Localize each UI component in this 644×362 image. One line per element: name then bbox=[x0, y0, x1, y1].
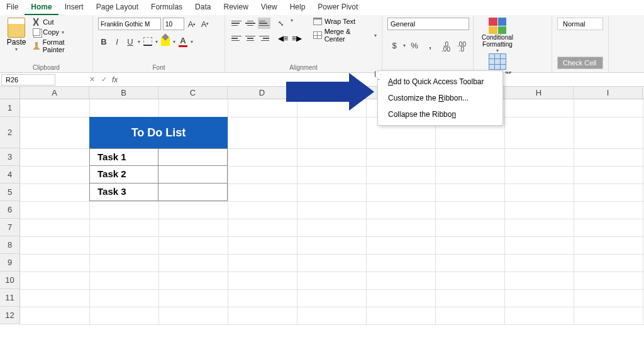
fill-color-button[interactable] bbox=[160, 35, 171, 48]
wrap-text-button[interactable]: Wrap Text bbox=[313, 18, 377, 25]
currency-button[interactable]: $ bbox=[387, 39, 401, 52]
format-painter-button[interactable]: Format Painter bbox=[31, 38, 87, 54]
chevron-down-icon[interactable]: ▾ bbox=[191, 39, 193, 45]
decrease-font-button[interactable]: A▾ bbox=[199, 18, 211, 30]
number-format-select[interactable] bbox=[387, 18, 469, 30]
tab-insert[interactable]: Insert bbox=[58, 0, 90, 15]
tab-formulas[interactable]: Formulas bbox=[145, 0, 189, 15]
row-header[interactable]: 2 bbox=[0, 117, 20, 148]
tab-data[interactable]: Data bbox=[189, 0, 217, 15]
style-check-cell[interactable]: Check Cell bbox=[557, 57, 603, 69]
row-header[interactable]: 3 bbox=[0, 148, 20, 166]
group-alignment: ⤡ ▾ ◀≡ ≡▶ Wrap Text bbox=[225, 15, 382, 72]
brush-icon bbox=[33, 42, 40, 50]
font-group-label: Font bbox=[98, 64, 219, 71]
tab-view[interactable]: View bbox=[255, 0, 284, 15]
row-header[interactable]: 11 bbox=[0, 289, 20, 307]
chevron-down-icon[interactable]: ▾ bbox=[291, 18, 293, 29]
name-box[interactable] bbox=[1, 74, 55, 85]
select-all-corner[interactable] bbox=[0, 87, 20, 99]
tab-file[interactable]: File bbox=[0, 0, 25, 15]
decrease-indent-button[interactable]: ◀≡ bbox=[277, 33, 289, 44]
chevron-down-icon: ▾ bbox=[15, 47, 18, 52]
cell-grid[interactable]: To Do List Task 1 Task 2 Task 3 bbox=[20, 99, 644, 324]
underline-button[interactable]: U bbox=[125, 35, 136, 48]
cell-empty[interactable] bbox=[158, 148, 228, 166]
cell-empty[interactable] bbox=[158, 184, 228, 201]
cell-task[interactable]: Task 2 bbox=[89, 166, 158, 184]
group-cell-styles: Normal Check Cell bbox=[552, 15, 609, 72]
tab-help[interactable]: Help bbox=[284, 0, 312, 15]
style-normal[interactable]: Normal bbox=[557, 18, 603, 30]
copy-icon bbox=[33, 28, 40, 36]
font-name-select[interactable] bbox=[98, 18, 161, 30]
row-header[interactable]: 9 bbox=[0, 254, 20, 272]
scissors-icon bbox=[33, 18, 40, 26]
align-right-button[interactable] bbox=[258, 33, 270, 44]
col-header[interactable]: C bbox=[158, 87, 228, 99]
cell-task[interactable]: Task 3 bbox=[89, 184, 158, 201]
cancel-formula-button[interactable]: ✕ bbox=[89, 75, 95, 84]
ctx-add-qat[interactable]: Add to Quick Access Toolbar bbox=[378, 74, 502, 90]
tab-power-pivot[interactable]: Power Pivot bbox=[311, 0, 364, 15]
paste-button[interactable]: Paste ▾ bbox=[5, 18, 28, 52]
row-header[interactable]: 6 bbox=[0, 201, 20, 219]
align-center-button[interactable] bbox=[244, 33, 257, 44]
col-header[interactable]: B bbox=[89, 87, 158, 99]
comma-button[interactable]: , bbox=[423, 39, 437, 52]
increase-font-button[interactable]: A▴ bbox=[186, 18, 197, 30]
row-header[interactable]: 5 bbox=[0, 184, 20, 201]
merge-center-button[interactable]: Merge & Center ▾ bbox=[313, 28, 377, 43]
increase-indent-button[interactable]: ≡▶ bbox=[291, 33, 303, 44]
row-header[interactable]: 8 bbox=[0, 236, 20, 254]
group-font: A▴ A▾ B I U ▾ ▾ ▾ A ▾ Font bbox=[93, 15, 225, 72]
chevron-down-icon[interactable]: ▾ bbox=[173, 39, 175, 45]
col-header[interactable]: A bbox=[20, 87, 89, 99]
font-color-button[interactable]: A bbox=[177, 35, 189, 48]
fx-icon[interactable]: fx bbox=[112, 75, 118, 84]
align-top-button[interactable] bbox=[230, 18, 243, 29]
increase-decimal-button[interactable]: .0.00 bbox=[439, 39, 453, 52]
chevron-down-icon[interactable]: ▾ bbox=[155, 39, 158, 45]
decrease-decimal-button[interactable]: .00.0 bbox=[455, 39, 469, 52]
cut-button[interactable]: Cut bbox=[31, 18, 87, 26]
align-left-button[interactable] bbox=[230, 33, 243, 44]
font-size-select[interactable] bbox=[163, 18, 184, 30]
row-header[interactable]: 7 bbox=[0, 219, 20, 236]
cf-label: Conditional Formatting bbox=[479, 34, 516, 48]
italic-button[interactable]: I bbox=[111, 35, 123, 48]
ctx-customize-ribbon[interactable]: Customize the Ribbon... bbox=[378, 90, 502, 106]
orientation-button[interactable]: ⤡ bbox=[277, 18, 289, 29]
group-clipboard: Paste ▾ Cut Copy ▾ Format Painter C bbox=[0, 15, 93, 72]
cell-task[interactable]: Task 1 bbox=[89, 148, 158, 166]
bold-button[interactable]: B bbox=[98, 35, 109, 48]
row-header[interactable]: 12 bbox=[0, 307, 20, 324]
row-header[interactable]: 1 bbox=[0, 99, 20, 117]
conditional-formatting-button[interactable]: Conditional Formatting ▾ bbox=[479, 18, 516, 53]
cell-empty[interactable] bbox=[158, 166, 228, 184]
cell-todo-header[interactable]: To Do List bbox=[89, 117, 228, 148]
tab-home[interactable]: Home bbox=[25, 0, 58, 15]
increase-decimal-icon: .0.00 bbox=[441, 42, 450, 52]
row-header[interactable]: 10 bbox=[0, 272, 20, 289]
chevron-down-icon[interactable]: ▾ bbox=[138, 39, 140, 45]
paste-icon bbox=[8, 18, 25, 38]
chevron-down-icon[interactable]: ▾ bbox=[403, 43, 406, 48]
paste-label: Paste bbox=[7, 38, 26, 47]
col-header[interactable]: I bbox=[574, 87, 643, 99]
border-button[interactable] bbox=[142, 35, 153, 48]
align-bottom-button[interactable] bbox=[258, 18, 270, 29]
copy-button[interactable]: Copy ▾ bbox=[31, 28, 87, 36]
tab-review[interactable]: Review bbox=[217, 0, 254, 15]
menubar: File Home Insert Page Layout Formulas Da… bbox=[0, 0, 644, 15]
ribbon-context-menu: Add to Quick Access Toolbar Customize th… bbox=[377, 70, 503, 126]
table-icon bbox=[489, 53, 506, 70]
bucket-icon bbox=[161, 37, 170, 46]
row-header[interactable]: 4 bbox=[0, 166, 20, 184]
enter-formula-button[interactable]: ✓ bbox=[101, 75, 107, 84]
ctx-collapse-ribbon[interactable]: Collapse the Ribbon bbox=[378, 106, 502, 123]
tab-page-layout[interactable]: Page Layout bbox=[90, 0, 145, 15]
align-middle-button[interactable] bbox=[244, 18, 257, 29]
percent-button[interactable]: % bbox=[408, 39, 421, 52]
col-header[interactable]: H bbox=[504, 87, 574, 99]
